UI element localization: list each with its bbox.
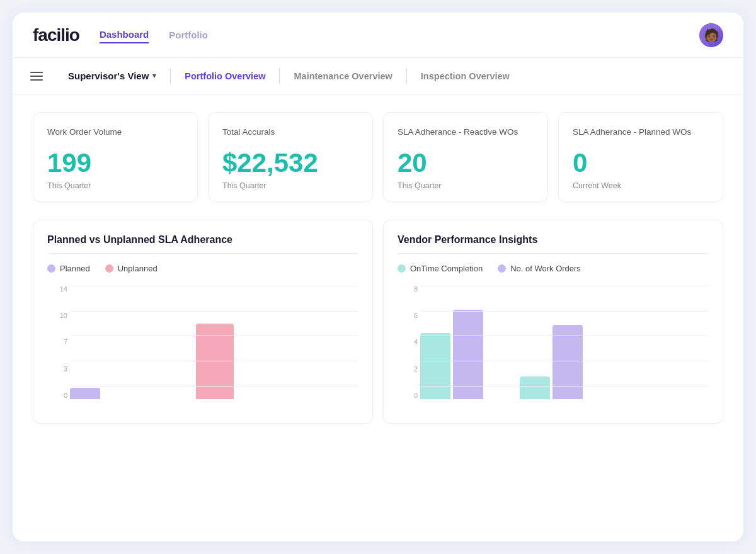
- chart1-title: Planned vs Unplanned SLA Adherance: [47, 234, 358, 246]
- bar-workorders-1: [453, 310, 483, 399]
- metric-label-0: Work Order Volume: [47, 127, 183, 138]
- unplanned-label: Unplanned: [118, 264, 158, 273]
- chart1-area: 14 10 7 3 0: [47, 286, 358, 412]
- metric-period-1: This Quarter: [222, 181, 358, 190]
- chart2-area: 8 6 4 2 0: [398, 286, 709, 412]
- bar-ontime-2: [520, 376, 550, 399]
- y2-label-2: 2: [414, 366, 418, 373]
- nav-dashboard[interactable]: Dashboard: [100, 26, 149, 43]
- y-label-10: 10: [60, 312, 67, 319]
- metric-card-0: Work Order Volume 199 This Quarter: [33, 112, 198, 202]
- legend-unplanned: Unplanned: [105, 264, 158, 273]
- metric-value-2: 20: [398, 150, 534, 176]
- charts-row: Planned vs Unplanned SLA Adherance Plann…: [33, 220, 723, 424]
- nav-portfolio[interactable]: Portfolio: [169, 27, 208, 43]
- legend-workorders: No. of Work Orders: [498, 264, 581, 273]
- bar-group-2: [163, 324, 234, 399]
- chart2-y-axis: 8 6 4 2 0: [398, 286, 418, 399]
- tab-inspection-overview[interactable]: Inspection Overview: [410, 58, 521, 94]
- chart2-title: Vendor Performance Insights: [398, 234, 709, 246]
- vendor-bar-group-2: [520, 325, 583, 399]
- avatar[interactable]: 🧑🏾: [699, 23, 723, 47]
- workorders-dot: [498, 264, 506, 273]
- y2-label-0: 0: [414, 392, 418, 399]
- chart-planned-unplanned: Planned vs Unplanned SLA Adherance Plann…: [33, 220, 373, 424]
- workorders-label: No. of Work Orders: [510, 264, 581, 273]
- legend-planned: Planned: [47, 264, 90, 273]
- ontime-label: OnTime Completion: [410, 264, 483, 273]
- metric-card-3: SLA Adherance - Planned WOs 0 Current We…: [558, 112, 723, 202]
- legend-ontime: OnTime Completion: [398, 264, 483, 273]
- tabs-bar: Supervisor's View ▾ Portfolio Overview M…: [13, 58, 743, 94]
- metric-period-0: This Quarter: [47, 181, 183, 190]
- chart2-legend: OnTime Completion No. of Work Orders: [398, 264, 709, 273]
- bar-workorders-2: [553, 325, 583, 399]
- tab-group: Supervisor's View ▾ Portfolio Overview M…: [57, 58, 521, 94]
- metric-period-3: Current Week: [573, 181, 709, 190]
- chart-vendor-performance: Vendor Performance Insights OnTime Compl…: [383, 220, 723, 424]
- tab-separator-1: [170, 69, 171, 84]
- vendor-bar-group-1: [420, 310, 483, 399]
- tab-supervisor-view[interactable]: Supervisor's View ▾: [57, 58, 168, 94]
- bar-ontime-1: [420, 333, 450, 399]
- y2-label-6: 6: [414, 312, 418, 319]
- hamburger-menu[interactable]: [28, 69, 45, 83]
- metric-value-1: $22,532: [222, 150, 358, 176]
- metric-value-3: 0: [573, 150, 709, 176]
- planned-label: Planned: [60, 264, 90, 273]
- metric-label-3: SLA Adherance - Planned WOs: [573, 127, 709, 138]
- chart2-bars: [420, 286, 709, 399]
- metric-label-1: Total Accurals: [222, 127, 358, 138]
- bar-planned-1: [70, 388, 100, 399]
- y2-label-4: 4: [414, 339, 418, 346]
- tab-portfolio-overview[interactable]: Portfolio Overview: [173, 58, 277, 94]
- chart1-legend: Planned Unplanned: [47, 264, 358, 273]
- tab-separator-2: [279, 69, 280, 84]
- chevron-down-icon: ▾: [152, 72, 156, 80]
- chart1-bars: [70, 286, 358, 399]
- y2-label-8: 8: [414, 286, 418, 293]
- tab-separator-3: [406, 69, 407, 84]
- main-nav: Dashboard Portfolio: [100, 26, 208, 43]
- metric-value-0: 199: [47, 150, 183, 176]
- metric-label-2: SLA Adherance - Reactive WOs: [398, 127, 534, 138]
- y-label-0: 0: [64, 392, 67, 399]
- unplanned-dot: [105, 264, 113, 273]
- chart1-y-axis: 14 10 7 3 0: [47, 286, 67, 399]
- y-label-7: 7: [64, 339, 67, 346]
- y-label-14: 14: [60, 286, 67, 293]
- planned-dot: [47, 264, 55, 273]
- metric-card-2: SLA Adherance - Reactive WOs 20 This Qua…: [383, 112, 548, 202]
- metrics-row: Work Order Volume 199 This Quarter Total…: [33, 112, 723, 202]
- app-logo: facilio: [33, 25, 79, 45]
- metric-period-2: This Quarter: [398, 181, 534, 190]
- metric-card-1: Total Accurals $22,532 This Quarter: [208, 112, 373, 202]
- main-content: Work Order Volume 199 This Quarter Total…: [13, 94, 743, 439]
- y-label-3: 3: [64, 366, 67, 373]
- tab-maintenance-overview[interactable]: Maintenance Overview: [282, 58, 403, 94]
- ontime-dot: [398, 264, 406, 273]
- bar-group-1: [70, 388, 133, 399]
- bar-unplanned-2: [196, 324, 234, 399]
- avatar-image: 🧑🏾: [699, 23, 723, 47]
